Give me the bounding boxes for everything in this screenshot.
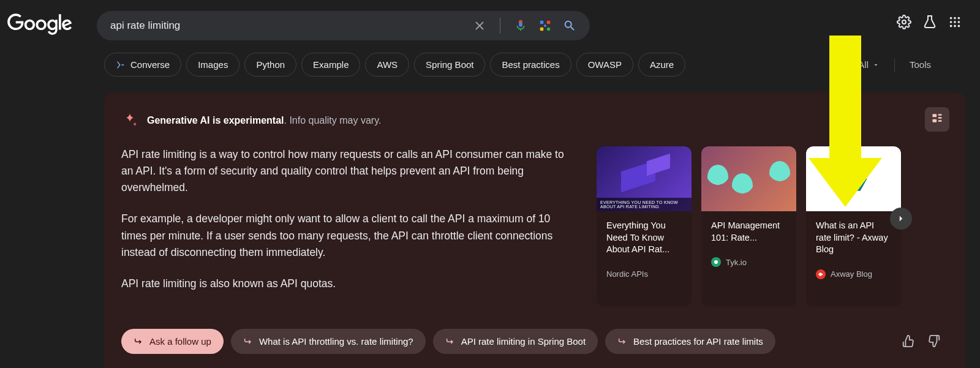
svg-rect-17 xyxy=(938,114,942,116)
settings-icon[interactable] xyxy=(897,15,911,29)
chip-label: Converse xyxy=(130,59,170,70)
sparkle-icon xyxy=(121,112,138,129)
chip-bestpractices[interactable]: Best practices xyxy=(490,53,571,77)
ai-paragraph-2: For example, a developer might only want… xyxy=(121,211,575,260)
source-card[interactable]: API Management 101: Rate... Tyk.io xyxy=(701,146,796,307)
followup-arrow-icon xyxy=(617,336,627,346)
chip-springboot[interactable]: Spring Boot xyxy=(414,53,485,77)
next-card-button[interactable] xyxy=(890,208,912,230)
thumbs-down-icon[interactable] xyxy=(927,334,941,348)
svg-rect-15 xyxy=(933,114,937,117)
followup-arrow-icon xyxy=(243,336,253,346)
chip-aws[interactable]: AWS xyxy=(365,53,409,77)
followup-suggestion[interactable]: Best practices for API rate limits xyxy=(605,329,775,354)
svg-point-9 xyxy=(950,21,952,23)
svg-rect-2 xyxy=(540,28,544,31)
source-card[interactable]: What is an API rate limit? - Axway Blog … xyxy=(806,146,901,307)
search-input[interactable] xyxy=(110,20,473,32)
svg-point-7 xyxy=(954,17,956,20)
svg-point-4 xyxy=(544,24,546,27)
search-bar[interactable] xyxy=(97,11,590,40)
svg-point-13 xyxy=(954,25,956,28)
svg-point-14 xyxy=(958,25,960,28)
svg-point-11 xyxy=(958,21,960,23)
chip-azure[interactable]: Azure xyxy=(638,53,685,77)
ai-disclaimer-text: Generative AI is experimental. Info qual… xyxy=(147,115,381,126)
clear-icon[interactable] xyxy=(473,19,486,32)
chip-converse[interactable]: Converse xyxy=(104,53,181,77)
source-card[interactable]: EVERYTHING YOU NEED TO KNOW ABOUT API RA… xyxy=(597,146,692,307)
google-logo[interactable] xyxy=(7,12,72,39)
svg-rect-18 xyxy=(938,117,942,119)
card-source: Nordic APIs xyxy=(606,269,682,279)
ai-overview-panel: Generative AI is experimental. Info qual… xyxy=(104,92,965,368)
tools-button[interactable]: Tools xyxy=(910,59,931,70)
followup-suggestion[interactable]: What is API throttling vs. rate limiting… xyxy=(231,329,426,354)
card-title: What is an API rate limit? - Axway Blog xyxy=(816,220,891,256)
svg-point-5 xyxy=(902,20,906,24)
svg-point-10 xyxy=(954,21,956,23)
svg-point-6 xyxy=(950,17,952,20)
card-title: API Management 101: Rate... xyxy=(711,220,786,244)
mic-icon[interactable] xyxy=(514,19,527,32)
svg-rect-16 xyxy=(933,119,937,122)
chip-example[interactable]: Example xyxy=(301,53,360,77)
svg-point-20 xyxy=(714,260,718,264)
thumbs-up-icon[interactable] xyxy=(902,334,915,348)
svg-rect-1 xyxy=(547,21,551,24)
search-icon[interactable] xyxy=(563,19,576,32)
svg-point-3 xyxy=(547,28,551,31)
card-thumbnail: EVERYTHING YOU NEED TO KNOW ABOUT API RA… xyxy=(597,146,692,211)
ai-paragraph-1: API rate limiting is a way to control ho… xyxy=(121,146,575,196)
svg-rect-0 xyxy=(540,21,544,24)
toggle-panel-icon[interactable] xyxy=(925,107,949,132)
card-thumbnail xyxy=(806,146,901,211)
followup-suggestion[interactable]: API rate limiting in Spring Boot xyxy=(433,329,598,354)
card-source: Axway Blog xyxy=(816,269,891,279)
followup-arrow-icon xyxy=(134,336,143,346)
all-filters-dropdown[interactable]: All xyxy=(858,59,880,70)
chip-images[interactable]: Images xyxy=(186,53,239,77)
source-cards: EVERYTHING YOU NEED TO KNOW ABOUT API RA… xyxy=(597,146,901,307)
followup-arrow-icon xyxy=(445,336,455,346)
labs-icon[interactable] xyxy=(922,15,937,29)
svg-point-12 xyxy=(950,25,952,28)
svg-point-8 xyxy=(958,17,960,20)
apps-icon[interactable] xyxy=(948,15,962,29)
svg-rect-19 xyxy=(938,120,942,122)
card-title: Everything You Need To Know About API Ra… xyxy=(606,220,682,256)
card-thumbnail xyxy=(701,146,796,211)
chip-python[interactable]: Python xyxy=(244,53,296,77)
card-source: Tyk.io xyxy=(711,257,786,267)
ai-paragraph-3: API rate limiting is also known as API q… xyxy=(121,276,575,292)
chip-owasp[interactable]: OWASP xyxy=(576,53,633,77)
lens-icon[interactable] xyxy=(538,19,552,32)
ask-followup-button[interactable]: Ask a follow up xyxy=(121,329,224,354)
